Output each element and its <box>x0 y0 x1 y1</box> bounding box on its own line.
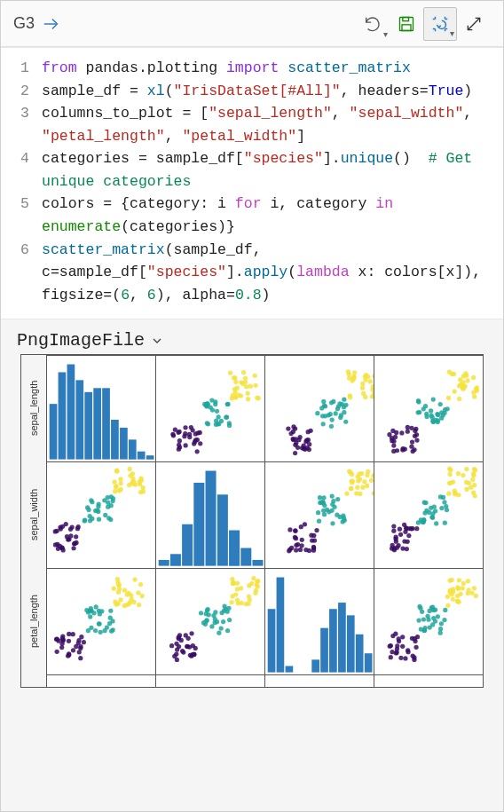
svg-point-192 <box>412 447 416 452</box>
svg-point-217 <box>445 406 450 411</box>
svg-point-271 <box>68 534 73 539</box>
svg-point-555 <box>138 582 143 587</box>
insert-ref-button[interactable]: ▾ <box>423 7 457 41</box>
svg-point-696 <box>421 618 426 622</box>
svg-point-736 <box>448 579 453 583</box>
code-line[interactable]: 3columns_to_plot = ["sepal_length", "sep… <box>1 102 503 147</box>
code-text[interactable]: scatter_matrix(sample_df, c=sample_df["s… <box>42 239 503 307</box>
svg-point-297 <box>90 500 94 504</box>
svg-point-433 <box>394 540 398 544</box>
svg-point-519 <box>55 637 59 642</box>
output-type-dropdown[interactable]: PngImageFile <box>1 319 503 354</box>
svg-point-146 <box>321 399 326 404</box>
svg-point-677 <box>403 656 407 660</box>
svg-point-121 <box>343 420 348 424</box>
code-text[interactable]: colors = {category: i for i, category in… <box>42 193 503 238</box>
svg-point-523 <box>93 628 98 633</box>
code-text[interactable]: categories = sample_df["species"].unique… <box>42 147 503 193</box>
svg-point-713 <box>428 626 432 630</box>
svg-point-324 <box>130 477 135 481</box>
svg-point-247 <box>453 390 457 394</box>
scatter-cell <box>264 355 374 461</box>
svg-point-701 <box>417 604 421 609</box>
svg-point-428 <box>398 532 403 537</box>
svg-point-706 <box>431 616 436 620</box>
go-arrow-icon[interactable] <box>42 14 61 34</box>
svg-point-732 <box>445 603 450 608</box>
svg-point-193 <box>413 427 418 431</box>
svg-point-452 <box>442 501 446 505</box>
svg-point-531 <box>88 614 92 619</box>
svg-point-738 <box>455 586 460 590</box>
svg-point-717 <box>451 597 455 602</box>
cell-reference: G3 <box>13 14 35 33</box>
svg-point-723 <box>461 586 465 590</box>
svg-point-679 <box>388 644 392 649</box>
svg-rect-337 <box>252 560 263 566</box>
svg-point-158 <box>351 374 356 379</box>
svg-point-385 <box>317 519 321 524</box>
code-line[interactable]: 5colors = {category: i for i, category i… <box>1 193 503 238</box>
svg-point-92 <box>232 387 237 391</box>
code-text[interactable]: sample_df = xl("IrisDataSet[#All]", head… <box>42 80 503 103</box>
svg-point-39 <box>195 449 200 453</box>
svg-point-698 <box>438 627 443 631</box>
svg-point-172 <box>350 379 354 383</box>
svg-point-622 <box>204 618 209 622</box>
svg-point-345 <box>307 548 311 553</box>
scatter-cell <box>374 461 483 568</box>
svg-point-725 <box>474 594 478 598</box>
svg-point-240 <box>452 372 456 376</box>
svg-point-288 <box>103 513 107 517</box>
svg-point-720 <box>445 595 450 599</box>
svg-point-611 <box>225 628 230 633</box>
svg-rect-2 <box>403 17 409 20</box>
svg-point-68 <box>205 421 209 425</box>
svg-point-134 <box>330 418 335 422</box>
svg-point-219 <box>424 414 429 419</box>
svg-point-569 <box>132 578 137 582</box>
svg-point-608 <box>213 610 217 614</box>
svg-point-318 <box>133 483 138 487</box>
svg-point-222 <box>416 399 421 404</box>
svg-point-623 <box>226 606 231 611</box>
svg-point-386 <box>316 510 320 515</box>
svg-point-210 <box>415 410 420 414</box>
svg-point-430 <box>396 543 400 548</box>
save-button[interactable] <box>390 7 423 41</box>
code-line[interactable]: 1from pandas.plotting import scatter_mat… <box>1 57 503 80</box>
svg-point-615 <box>222 604 226 609</box>
output-type-label: PngImageFile <box>17 330 145 351</box>
code-line[interactable]: 2sample_df = xl("IrisDataSet[#All]", hea… <box>1 80 503 103</box>
svg-point-360 <box>311 533 316 538</box>
svg-point-389 <box>335 513 339 517</box>
code-text[interactable]: columns_to_plot = ["sepal_length", "sepa… <box>42 102 503 147</box>
svg-rect-16 <box>146 455 154 460</box>
svg-point-528 <box>98 630 103 635</box>
undo-button[interactable]: ▾ <box>356 7 390 41</box>
svg-point-82 <box>246 397 250 401</box>
svg-point-87 <box>233 380 238 384</box>
svg-point-31 <box>182 434 186 438</box>
code-text[interactable]: from pandas.plotting import scatter_matr… <box>42 57 503 80</box>
svg-point-459 <box>422 501 427 505</box>
code-line[interactable]: 6scatter_matrix(sample_df, c=sample_df["… <box>1 239 503 307</box>
svg-point-325 <box>114 469 119 474</box>
scatter-cell: 432 <box>46 461 155 568</box>
svg-rect-656 <box>320 628 328 673</box>
svg-point-590 <box>189 631 193 635</box>
code-editor[interactable]: 1from pandas.plotting import scatter_mat… <box>1 47 503 319</box>
expand-button[interactable] <box>457 7 491 41</box>
histogram-cell <box>155 461 264 568</box>
svg-point-407 <box>359 471 364 476</box>
svg-point-620 <box>205 608 209 612</box>
svg-point-476 <box>464 487 469 492</box>
svg-point-375 <box>330 494 335 499</box>
svg-point-326 <box>138 482 142 486</box>
svg-point-356 <box>311 548 316 553</box>
svg-point-710 <box>439 621 444 626</box>
svg-rect-655 <box>311 660 319 673</box>
svg-point-355 <box>314 528 319 532</box>
code-line[interactable]: 4categories = sample_df["species"].uniqu… <box>1 147 503 193</box>
svg-rect-661 <box>365 653 373 672</box>
